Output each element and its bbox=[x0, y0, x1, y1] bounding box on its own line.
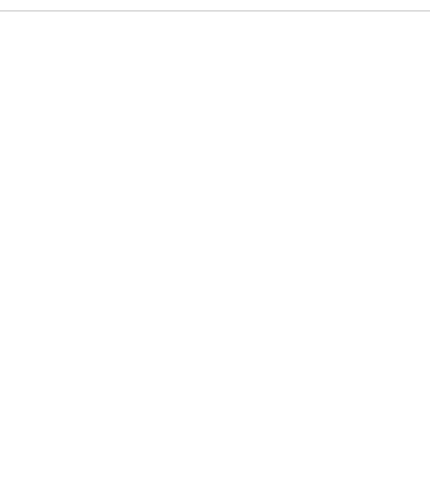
spacer bbox=[0, 42, 430, 46]
loto-section-title bbox=[0, 46, 430, 80]
bridge-detail-info bbox=[0, 0, 430, 12]
results-date-header bbox=[0, 12, 430, 42]
